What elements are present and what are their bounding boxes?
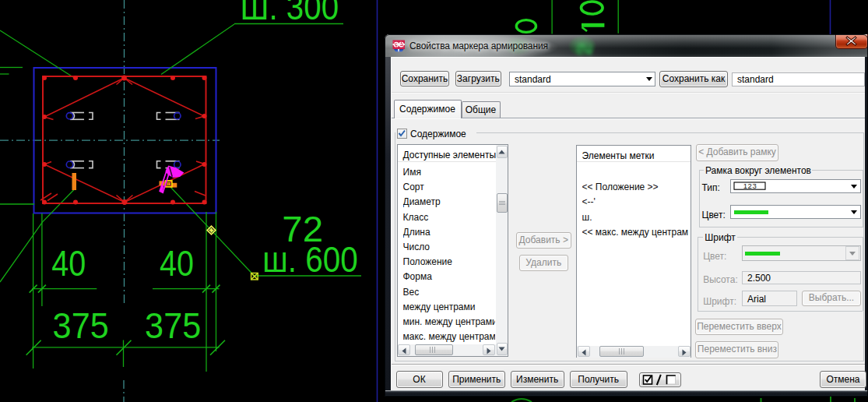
svg-text:375: 375 (145, 305, 201, 346)
svg-text:Ш. 300: Ш. 300 (241, 0, 339, 27)
svg-text:375: 375 (53, 305, 109, 346)
svg-text:ш. 600: ш. 600 (262, 240, 357, 280)
svg-text:40: 40 (51, 243, 86, 284)
svg-text:123: 123 (743, 182, 757, 190)
svg-text:40: 40 (160, 243, 194, 284)
